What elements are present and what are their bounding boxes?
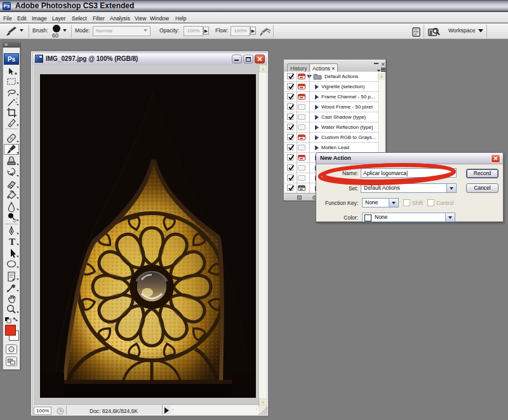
svg-text:T: T <box>9 237 15 247</box>
